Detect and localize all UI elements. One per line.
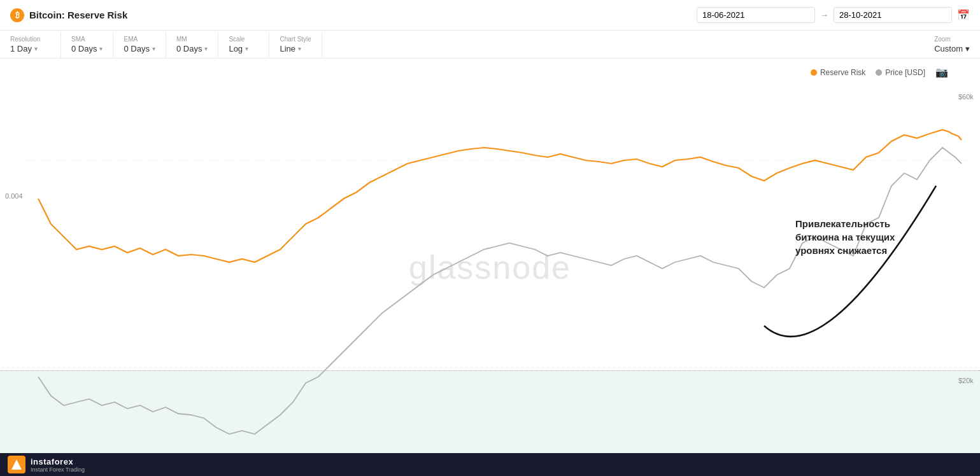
sma-chevron-icon: ▾ — [99, 45, 103, 52]
instaforex-logo: instaforex Instant Forex Trading — [8, 456, 85, 473]
legend-reserve-risk-label: Reserve Risk — [820, 68, 865, 77]
annotation-text: Привлекательность биткоина на текущих ур… — [795, 217, 923, 257]
ema-chevron-icon: ▾ — [152, 45, 155, 52]
instaforex-bar: instaforex Instant Forex Trading — [0, 453, 980, 476]
zoom-chevron-icon: ▾ — [965, 44, 970, 53]
zoom-value[interactable]: Custom ▾ — [934, 44, 970, 53]
chart-style-control[interactable]: Chart Style Line ▾ — [269, 32, 322, 57]
price-dot-icon — [876, 69, 882, 76]
chart-style-value[interactable]: Line ▾ — [280, 44, 311, 53]
svg-text:$20k: $20k — [958, 377, 974, 384]
chart-style-label: Chart Style — [280, 36, 311, 43]
scale-value[interactable]: Log ▾ — [229, 44, 259, 53]
toolbar: Resolution 1 Day ▾ SMA 0 Days ▾ EMA 0 Da… — [0, 31, 980, 59]
main-chart-svg: $60k $20k 0.004 Jun 5. Jul 12. Jul 19. J… — [0, 59, 980, 476]
mm-label: MM — [176, 36, 208, 43]
resolution-label: Resolution — [10, 36, 50, 43]
calendar-icon[interactable]: 📅 — [957, 9, 970, 21]
svg-text:$60k: $60k — [958, 93, 974, 101]
date-range[interactable]: → 📅 — [697, 7, 970, 23]
scale-label: Scale — [229, 36, 259, 43]
mm-value[interactable]: 0 Days ▾ — [176, 44, 208, 53]
header: ₿ Bitcoin: Reserve Risk → 📅 — [0, 0, 980, 31]
zoom-label: Zoom — [934, 36, 970, 43]
mm-chevron-icon: ▾ — [204, 45, 208, 52]
chart-area: Reserve Risk Price [USD] 📷 glassnode $60… — [0, 59, 980, 476]
camera-icon[interactable]: 📷 — [935, 66, 948, 78]
scale-chevron-icon: ▾ — [245, 45, 248, 52]
ema-label: EMA — [124, 36, 155, 43]
svg-marker-26 — [11, 459, 22, 470]
resolution-chevron-icon: ▾ — [34, 45, 38, 52]
svg-text:0.004: 0.004 — [5, 192, 23, 200]
sma-value[interactable]: 0 Days ▾ — [71, 44, 103, 53]
instaforex-name: instaforex — [31, 457, 85, 466]
instaforex-text: instaforex Instant Forex Trading — [31, 457, 85, 473]
resolution-control[interactable]: Resolution 1 Day ▾ — [10, 32, 61, 57]
sma-control[interactable]: SMA 0 Days ▾ — [61, 32, 113, 57]
legend: Reserve Risk Price [USD] 📷 — [811, 66, 948, 78]
ema-value[interactable]: 0 Days ▾ — [124, 44, 155, 53]
reserve-risk-dot-icon — [811, 69, 817, 76]
zoom-control[interactable]: Zoom Custom ▾ — [924, 32, 970, 57]
bitcoin-icon: ₿ — [10, 8, 24, 22]
date-arrow-icon: → — [820, 10, 828, 20]
legend-price: Price [USD] — [876, 68, 925, 77]
sma-label: SMA — [71, 36, 103, 43]
resolution-value[interactable]: 1 Day ▾ — [10, 44, 50, 53]
page-title: Bitcoin: Reserve Risk — [29, 10, 697, 20]
legend-price-label: Price [USD] — [885, 68, 925, 77]
date-from-input[interactable] — [697, 7, 815, 23]
legend-reserve-risk: Reserve Risk — [811, 68, 865, 77]
instaforex-slogan: Instant Forex Trading — [31, 466, 85, 473]
ema-control[interactable]: EMA 0 Days ▾ — [113, 32, 166, 57]
chart-style-chevron-icon: ▾ — [298, 45, 301, 52]
scale-control[interactable]: Scale Log ▾ — [218, 32, 269, 57]
mm-control[interactable]: MM 0 Days ▾ — [166, 32, 218, 57]
date-to-input[interactable] — [834, 7, 952, 23]
instaforex-icon — [8, 456, 25, 473]
